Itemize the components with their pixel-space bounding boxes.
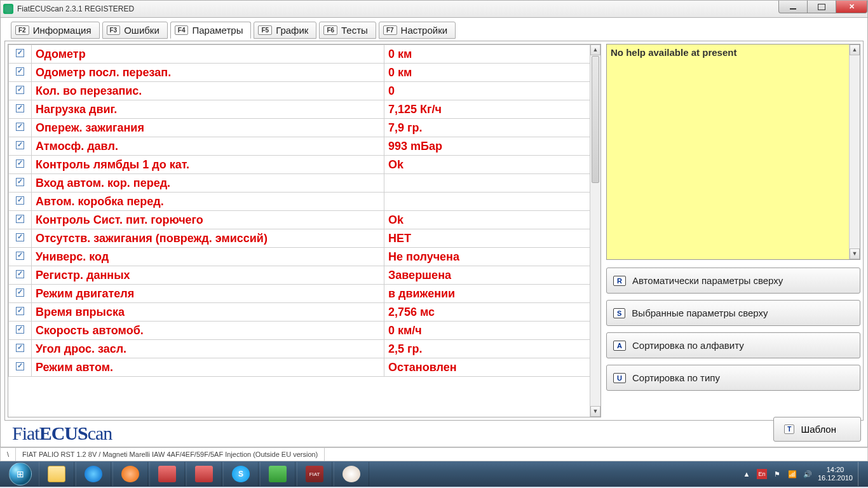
parameter-value: НЕТ [384, 229, 600, 248]
parameter-row[interactable]: Одометр0 км [9, 45, 600, 64]
taskbar-paint[interactable] [334, 462, 369, 486]
selected-params-top-button[interactable]: S Выбранные параметры сверху [606, 300, 860, 326]
parameter-row[interactable]: Контроль лямбды 1 до кат.Ok [9, 156, 600, 174]
parameter-name: Одометр посл. перезап. [32, 64, 384, 82]
parameter-row[interactable]: Регистр. данныхЗавершена [9, 266, 600, 285]
checkbox-icon[interactable] [16, 344, 24, 352]
sort-alpha-button[interactable]: A Сортировка по алфавиту [606, 332, 860, 358]
parameter-name: Одометр [32, 45, 384, 64]
checkbox-icon[interactable] [16, 86, 24, 94]
parameter-value: 7,125 Кг/ч [384, 100, 600, 119]
taskbar-skype[interactable]: S [223, 462, 259, 486]
checkbox-icon[interactable] [16, 104, 24, 112]
show-desktop-button[interactable] [858, 462, 864, 486]
maximize-button[interactable] [807, 1, 836, 13]
tab-label: Информация [33, 25, 92, 36]
parameter-name: Кол. во перезапис. [32, 82, 384, 100]
parameter-row[interactable]: Универс. кодНе получена [9, 248, 600, 266]
taskbar-toolbox1[interactable] [149, 462, 185, 486]
parameter-name: Угол дрос. засл. [32, 340, 384, 358]
scroll-down-icon[interactable]: ▼ [590, 406, 600, 417]
checkbox-icon[interactable] [16, 307, 24, 315]
button-label: Автоматически параметры сверху [632, 275, 783, 286]
hotkey-label: U [613, 373, 626, 383]
parameter-name: Нагрузка двиг. [32, 100, 384, 119]
sort-type-button[interactable]: U Сортировка по типу [606, 365, 860, 391]
checkbox-icon[interactable] [16, 196, 24, 205]
parameter-row[interactable]: Скорость автомоб.0 км/ч [9, 322, 600, 340]
table-scrollbar[interactable]: ▲ ▼ [590, 44, 600, 417]
close-button[interactable]: ✕ [836, 1, 867, 13]
parameter-name: Вход автом. кор. перед. [32, 174, 384, 193]
checkbox-icon[interactable] [16, 233, 24, 241]
parameter-row[interactable]: Автом. коробка перед. [9, 193, 600, 211]
help-scrollbar[interactable]: ▲ ▼ [849, 44, 860, 259]
checkbox-icon[interactable] [16, 252, 24, 260]
parameter-value: 0 км [384, 45, 600, 64]
taskbar-ie[interactable] [76, 462, 111, 486]
tab-graph[interactable]: F5 График [254, 22, 316, 39]
checkbox-icon[interactable] [16, 270, 24, 278]
parameter-row[interactable]: Опереж. зажигания7,9 гр. [9, 119, 600, 137]
parameter-row[interactable]: Время впрыска2,756 мс [9, 303, 600, 322]
checkbox-icon[interactable] [16, 362, 24, 370]
taskbar-explorer[interactable] [39, 462, 74, 486]
parameter-name: Время впрыска [32, 303, 384, 322]
taskbar-app1[interactable] [260, 462, 295, 486]
parameter-row[interactable]: Вход автом. кор. перед. [9, 174, 600, 193]
taskbar-mediaplayer[interactable] [112, 462, 148, 486]
tray-chevron-up-icon[interactable]: ▲ [742, 469, 752, 479]
parameter-row[interactable]: Контроль Сист. пит. горючегоOk [9, 211, 600, 229]
tab-label: График [276, 25, 308, 36]
checkbox-icon[interactable] [16, 49, 24, 57]
scroll-up-icon[interactable]: ▲ [590, 44, 600, 55]
tray-lang-indicator[interactable]: En [757, 469, 767, 479]
tab-label: Тесты [341, 25, 368, 36]
checkbox-icon[interactable] [16, 178, 24, 186]
parameter-value: Завершена [384, 266, 600, 285]
tab-label: Ошибки [124, 25, 159, 36]
checkbox-icon[interactable] [16, 325, 24, 334]
checkbox-icon[interactable] [16, 67, 24, 76]
scroll-up-icon[interactable]: ▲ [850, 44, 860, 55]
parameter-value: 0 км/ч [384, 322, 600, 340]
scroll-thumb[interactable] [592, 56, 599, 183]
parameter-name: Контроль лямбды 1 до кат. [32, 156, 384, 174]
tray-network-icon[interactable]: 📶 [787, 469, 797, 479]
checkbox-icon[interactable] [16, 215, 24, 223]
checkbox-icon[interactable] [16, 159, 24, 168]
tab-settings[interactable]: F7 Настройки [379, 22, 456, 39]
parameters-pane: Одометр0 кмОдометр посл. перезап.0 кмКол… [5, 41, 604, 420]
parameter-row[interactable]: Нагрузка двиг.7,125 Кг/ч [9, 100, 600, 119]
hotkey-label: T [784, 424, 794, 434]
tray-flag-icon[interactable]: ⚑ [772, 469, 782, 479]
taskbar-toolbox2[interactable] [186, 462, 222, 486]
minimize-button[interactable] [778, 1, 808, 13]
tab-parameters[interactable]: F4 Параметры [170, 22, 252, 39]
tab-tests[interactable]: F6 Тесты [319, 22, 376, 39]
app-logo: FiatECUScan [12, 423, 112, 444]
taskbar-fiat[interactable]: FIAT [297, 462, 332, 486]
tray-clock[interactable]: 14:20 16.12.2010 [818, 466, 853, 482]
parameter-row[interactable]: Атмосф. давл.993 mБар [9, 137, 600, 156]
tab-info[interactable]: F2 Информация [11, 22, 100, 39]
start-button[interactable]: ⊞ [3, 461, 38, 487]
checkbox-icon[interactable] [16, 288, 24, 297]
parameter-row[interactable]: Режим двигателяв движении [9, 285, 600, 303]
template-button[interactable]: T Шаблон [773, 417, 861, 442]
parameter-name: Регистр. данных [32, 266, 384, 285]
parameter-row[interactable]: Кол. во перезапис.0 [9, 82, 600, 100]
tray-volume-icon[interactable]: 🔊 [803, 469, 813, 479]
taskbar: ⊞ S FIAT ▲ En ⚑ 📶 🔊 14:20 16.12.2010 [0, 461, 868, 487]
tab-errors[interactable]: F3 Ошибки [102, 22, 168, 39]
parameter-row[interactable]: Одометр посл. перезап.0 км [9, 64, 600, 82]
parameter-row[interactable]: Угол дрос. засл.2,5 гр. [9, 340, 600, 358]
parameter-row[interactable]: Отсутств. зажигания (поврежд. эмиссий)НЕ… [9, 229, 600, 248]
tab-label: Настройки [401, 25, 448, 36]
parameter-name: Универс. код [32, 248, 384, 266]
parameter-row[interactable]: Режим автом.Остановлен [9, 358, 600, 377]
scroll-down-icon[interactable]: ▼ [850, 248, 860, 259]
checkbox-icon[interactable] [16, 123, 24, 131]
auto-params-top-button[interactable]: R Автоматически параметры сверху [606, 268, 860, 294]
checkbox-icon[interactable] [16, 141, 24, 149]
